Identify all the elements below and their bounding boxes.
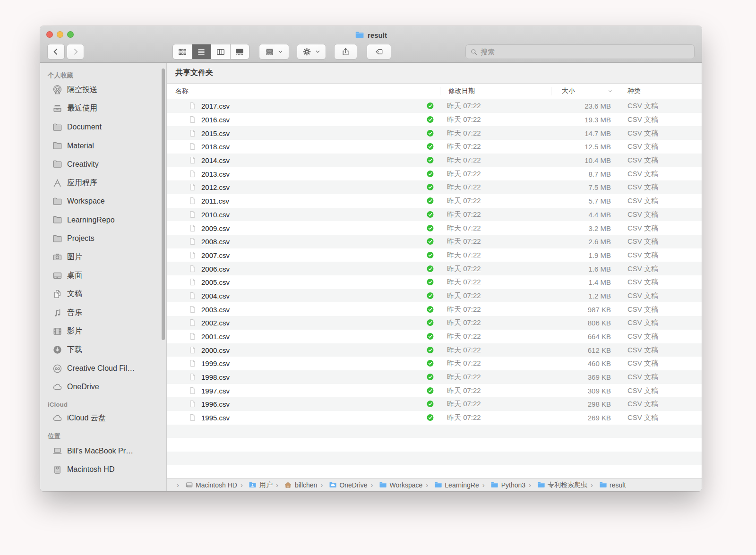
sync-complete-icon	[426, 197, 434, 205]
sidebar-item[interactable]: Bill's MacBook Pr…	[40, 442, 166, 460]
document-file-icon	[189, 413, 197, 422]
folder-blue-icon	[379, 481, 387, 489]
share-button[interactable]	[334, 44, 357, 60]
sidebar-item[interactable]: 下载	[40, 341, 166, 359]
sidebar-item[interactable]: Macintosh HD	[40, 461, 166, 479]
file-row[interactable]: 2017.csv 昨天 07:22 23.6 MB CSV 文稿	[167, 99, 702, 113]
sidebar-item[interactable]: 最近使用	[40, 99, 166, 118]
sidebar-item[interactable]: 隔空投送	[40, 81, 166, 99]
action-menu-button[interactable]	[297, 44, 326, 60]
chevron-left-icon	[52, 47, 60, 56]
file-date: 昨天 07:22	[447, 128, 481, 137]
path-item[interactable]: 专利检索爬虫	[525, 481, 587, 489]
sidebar-item-label: Workspace	[67, 197, 105, 205]
file-name: 1997.csv	[201, 386, 230, 394]
file-row[interactable]: 1995.csv 昨天 07:22 269 KB CSV 文稿	[167, 411, 702, 425]
sidebar-item[interactable]: Projects	[40, 229, 166, 248]
file-row[interactable]: 1996.csv 昨天 07:22 298 KB CSV 文稿	[167, 397, 702, 411]
column-view-icon	[216, 47, 225, 57]
path-item[interactable]: billchen	[273, 481, 317, 489]
search-field[interactable]	[465, 44, 695, 59]
file-row[interactable]: 2010.csv 昨天 07:22 4.4 MB CSV 文稿	[167, 208, 702, 222]
file-name: 2004.csv	[201, 291, 230, 299]
sidebar-item[interactable]: Document	[40, 118, 166, 137]
file-row[interactable]: 2016.csv 昨天 07:22 19.3 MB CSV 文稿	[167, 113, 702, 127]
file-row[interactable]: 2004.csv 昨天 07:22 1.2 MB CSV 文稿	[167, 289, 702, 303]
file-row[interactable]: 2012.csv 昨天 07:22 7.5 MB CSV 文稿	[167, 180, 702, 194]
file-row[interactable]: 1998.csv 昨天 07:22 369 KB CSV 文稿	[167, 370, 702, 384]
column-header-date[interactable]: 修改日期	[448, 87, 475, 95]
column-header-kind[interactable]: 种类	[627, 87, 641, 95]
file-name: 2016.csv	[201, 116, 230, 124]
onedrive-icon	[52, 382, 62, 392]
sidebar-section-favorites: 个人收藏	[48, 71, 166, 80]
sidebar-item[interactable]: Workspace	[40, 192, 166, 211]
folder-blue-icon	[490, 481, 499, 489]
group-button[interactable]	[259, 44, 289, 60]
sidebar-item[interactable]: Creativity	[40, 155, 166, 173]
sidebar-item[interactable]: 音乐	[40, 304, 166, 322]
sidebar-item[interactable]: 应用程序	[40, 173, 166, 192]
gallery-view-button[interactable]	[230, 44, 249, 59]
icon-view-button[interactable]	[173, 44, 192, 59]
file-row[interactable]: 2005.csv 昨天 07:22 1.4 MB CSV 文稿	[167, 275, 702, 289]
file-kind: CSV 文稿	[627, 291, 658, 300]
search-input[interactable]	[481, 48, 690, 56]
file-row[interactable]: 2008.csv 昨天 07:22 2.6 MB CSV 文稿	[167, 235, 702, 248]
path-item[interactable]: OneDrive	[317, 481, 367, 489]
tag-button[interactable]	[367, 44, 391, 60]
sidebar-item-label: 图片	[67, 252, 82, 262]
file-row[interactable]: 2014.csv 昨天 07:22 10.4 MB CSV 文稿	[167, 154, 702, 167]
shared-folder-banner: 共享文件夹	[167, 63, 702, 84]
list-view-button[interactable]	[192, 44, 211, 59]
documents-icon	[52, 289, 62, 299]
sidebar-item[interactable]: iCloud 云盘	[40, 409, 166, 427]
sidebar-item[interactable]: LearningRepo	[40, 211, 166, 229]
back-button[interactable]	[47, 44, 65, 60]
sidebar-item[interactable]: Creative Cloud Fil…	[40, 359, 166, 377]
path-item[interactable]: 用户	[237, 481, 273, 489]
sidebar-item[interactable]: 影片	[40, 322, 166, 341]
path-item[interactable]: Workspace	[368, 481, 423, 489]
path-item[interactable]: Macintosh HD	[173, 481, 237, 489]
sidebar-scrollbar[interactable]	[162, 68, 165, 340]
file-row[interactable]: 2011.csv 昨天 07:22 5.7 MB CSV 文稿	[167, 194, 702, 208]
sidebar-item[interactable]: 文稿	[40, 285, 166, 303]
path-item[interactable]: Python3	[479, 481, 525, 489]
sidebar-item[interactable]: 图片	[40, 248, 166, 266]
sync-complete-icon	[426, 183, 434, 191]
sidebar-item[interactable]: 桌面	[40, 266, 166, 285]
file-row[interactable]: 2002.csv 昨天 07:22 806 KB CSV 文稿	[167, 316, 702, 330]
recents-icon	[52, 103, 62, 114]
sidebar-item[interactable]: Material	[40, 137, 166, 155]
path-item[interactable]: result	[587, 481, 626, 489]
file-row[interactable]: 2007.csv 昨天 07:22 1.9 MB CSV 文稿	[167, 248, 702, 262]
file-row[interactable]: 1999.csv 昨天 07:22 460 KB CSV 文稿	[167, 357, 702, 370]
file-row[interactable]: 2013.csv 昨天 07:22 8.7 MB CSV 文稿	[167, 167, 702, 180]
file-row[interactable]: 2001.csv 昨天 07:22 664 KB CSV 文稿	[167, 330, 702, 343]
file-name: 2013.csv	[201, 170, 230, 178]
path-item[interactable]: LearningRe	[422, 481, 479, 489]
file-kind: CSV 文稿	[627, 305, 658, 314]
file-date: 昨天 07:22	[447, 291, 481, 300]
file-row[interactable]: 2000.csv 昨天 07:22 612 KB CSV 文稿	[167, 343, 702, 357]
file-row[interactable]: 1997.csv 昨天 07:22 309 KB CSV 文稿	[167, 384, 702, 397]
file-kind: CSV 文稿	[627, 400, 658, 409]
sidebar-item-label: Document	[67, 123, 102, 131]
column-view-button[interactable]	[211, 44, 230, 59]
file-name: 2017.csv	[201, 102, 230, 110]
file-row[interactable]: 2003.csv 昨天 07:22 987 KB CSV 文稿	[167, 302, 702, 316]
forward-button[interactable]	[67, 44, 84, 60]
document-file-icon	[189, 182, 197, 192]
file-kind: CSV 文稿	[627, 264, 658, 273]
file-row[interactable]: 2006.csv 昨天 07:22 1.6 MB CSV 文稿	[167, 262, 702, 275]
file-row[interactable]: 2015.csv 昨天 07:22 14.7 MB CSV 文稿	[167, 126, 702, 140]
column-header-name[interactable]: 名称	[175, 87, 189, 95]
file-row[interactable]: 2009.csv 昨天 07:22 3.2 MB CSV 文稿	[167, 221, 702, 235]
list-view-icon	[197, 47, 206, 57]
column-header-size[interactable]: 大小	[562, 87, 575, 95]
file-date: 昨天 07:22	[447, 373, 481, 382]
file-row[interactable]: 2018.csv 昨天 07:22 12.5 MB CSV 文稿	[167, 140, 702, 154]
file-size: 4.4 MB	[551, 210, 611, 218]
sidebar-item[interactable]: OneDrive	[40, 378, 166, 396]
